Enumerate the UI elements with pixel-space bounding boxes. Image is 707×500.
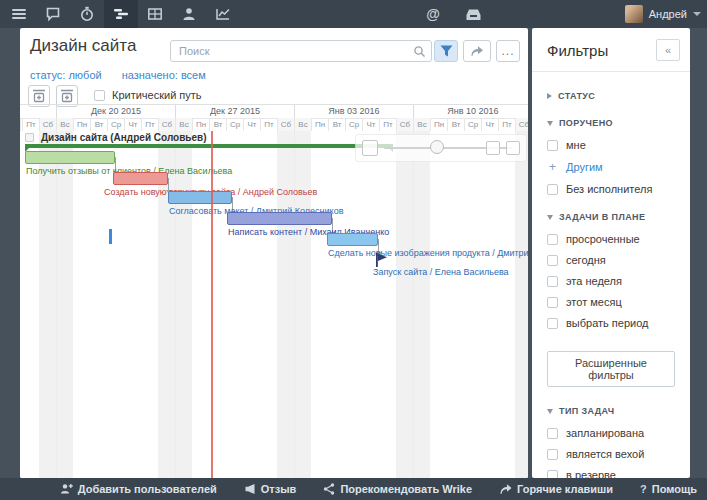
filter-option-label: просроченные xyxy=(566,233,640,245)
recommend-wrike-label: Порекомендовать Wrike xyxy=(340,483,472,495)
filter-option-label: выбрать период xyxy=(566,317,649,329)
filter-option[interactable]: просроченные xyxy=(547,233,675,245)
mentions-icon[interactable]: @ xyxy=(416,0,450,28)
timeline-day-cell: Чт xyxy=(243,118,260,131)
timeline-day-cell: Чт xyxy=(481,118,498,131)
search-field-wrap xyxy=(170,40,432,62)
filter-option-label: эта неделя xyxy=(566,275,622,287)
timeline-day-cell: Вт xyxy=(90,118,107,131)
filter-checkbox[interactable] xyxy=(547,255,558,266)
timeline-day-cell: Пн xyxy=(430,118,447,131)
advanced-filters-button[interactable]: Расширенные фильтры xyxy=(547,351,675,387)
timeline-day-cell: Пт xyxy=(141,118,158,131)
assignee-filter-link[interactable]: назначено: всем xyxy=(122,69,206,81)
filter-option[interactable]: сегодня xyxy=(547,254,675,266)
filter-option[interactable]: в резерве xyxy=(547,469,675,478)
week-gridline xyxy=(294,131,295,478)
zoom-slider-handle[interactable] xyxy=(430,140,444,154)
critical-path-toggle[interactable]: Критический путь xyxy=(94,89,202,101)
table-view-icon[interactable] xyxy=(138,0,172,28)
weekend-band xyxy=(294,131,311,478)
filter-option[interactable]: запланирована xyxy=(547,427,675,439)
timer-icon[interactable] xyxy=(70,0,104,28)
filter-section-header[interactable]: ТИП ЗАДАЧ xyxy=(547,406,675,416)
filter-option[interactable]: мне xyxy=(547,139,675,151)
task-bar[interactable] xyxy=(227,212,332,225)
timeline-day-cell: Ср xyxy=(464,118,481,131)
filter-checkbox[interactable] xyxy=(547,297,558,308)
timeline-week-label: Янв 03 2016 xyxy=(294,105,413,118)
timeline-day-cell: Вт xyxy=(447,118,464,131)
filter-checkbox[interactable] xyxy=(547,470,558,479)
project-checkbox[interactable] xyxy=(25,133,34,142)
filter-checkbox[interactable] xyxy=(547,184,558,195)
bottom-action-bar: Добавить пользователей Отзыв Порекомендо… xyxy=(0,478,707,500)
filter-checkbox[interactable] xyxy=(547,276,558,287)
week-gridline xyxy=(56,131,57,478)
weekend-band xyxy=(413,131,430,478)
timeline-day-cell: Пн xyxy=(311,118,328,131)
task-label[interactable]: Сделать новые изображения продукта / Дми… xyxy=(328,248,528,258)
inbox-icon[interactable] xyxy=(456,0,490,28)
critical-path-checkbox[interactable] xyxy=(94,90,105,101)
filter-section-header[interactable]: ЗАДАЧИ В ПЛАНЕ xyxy=(547,212,675,222)
user-avatar xyxy=(625,5,643,23)
filter-sections: СТАТУСПОРУЧЕНОмне+ДругимБез исполнителяЗ… xyxy=(532,72,690,478)
analytics-icon[interactable] xyxy=(206,0,240,28)
search-icon xyxy=(413,44,426,62)
timeline-week-label: Янв 10 2016 xyxy=(413,105,528,118)
task-bar[interactable] xyxy=(168,191,232,204)
filter-option[interactable]: этот месяц xyxy=(547,296,675,308)
collapse-sidebar-button[interactable]: « xyxy=(656,39,680,61)
zoom-fit-button[interactable] xyxy=(486,141,500,155)
filter-section-header[interactable]: ПОРУЧЕНО xyxy=(547,118,675,128)
task-bar[interactable] xyxy=(327,233,378,246)
filter-section-header[interactable]: СТАТУС xyxy=(547,91,675,101)
filter-checkbox[interactable] xyxy=(547,449,558,460)
filter-checkbox[interactable] xyxy=(547,234,558,245)
filter-section-label: СТАТУС xyxy=(558,91,595,101)
user-menu[interactable]: Андрей xyxy=(625,0,701,28)
filter-option-label: является вехой xyxy=(566,448,644,460)
task-bar[interactable] xyxy=(113,172,168,185)
plus-icon: + xyxy=(547,160,558,174)
filter-link-label: Другим xyxy=(566,161,603,173)
help-link[interactable]: ? Помощь xyxy=(640,483,697,495)
filter-checkbox[interactable] xyxy=(547,140,558,151)
page-title: Дизайн сайта xyxy=(30,36,136,56)
filter-option-label: этот месяц xyxy=(566,296,622,308)
timeline-view-icon[interactable] xyxy=(104,0,138,28)
filter-option[interactable]: Без исполнителя xyxy=(547,183,675,195)
filter-option[interactable]: является вехой xyxy=(547,448,675,460)
project-summary-bar[interactable] xyxy=(25,144,393,148)
more-options-button[interactable]: ... xyxy=(496,40,520,62)
timeline-day-cell: Сб xyxy=(158,118,175,131)
timeline-day-cell: Пт xyxy=(498,118,515,131)
hotkeys-link[interactable]: Горячие клавиши xyxy=(499,483,613,495)
timeline-day-cell: Пн xyxy=(192,118,209,131)
timeline-day-cell: Сб xyxy=(396,118,413,131)
share-button[interactable] xyxy=(463,40,491,62)
menu-icon[interactable] xyxy=(2,0,36,28)
add-users-link[interactable]: Добавить пользователей xyxy=(60,483,217,495)
timeline-day-cell: Сб xyxy=(515,118,528,131)
zoom-out-button[interactable] xyxy=(362,140,378,156)
zoom-reset-button[interactable] xyxy=(506,141,520,155)
milestone-label[interactable]: Запуск сайта / Елена Васильева xyxy=(373,267,509,277)
timeline-day-cell: Вт xyxy=(209,118,226,131)
assign-others-link[interactable]: +Другим xyxy=(547,160,675,174)
filter-option[interactable]: выбрать период xyxy=(547,317,675,329)
filter-checkbox[interactable] xyxy=(547,318,558,329)
today-line xyxy=(211,131,213,478)
project-row[interactable]: Дизайн сайта (Андрей Соловьев) xyxy=(25,132,207,143)
filter-funnel-button[interactable] xyxy=(434,40,458,62)
feedback-link[interactable]: Отзыв xyxy=(244,483,297,495)
search-input[interactable] xyxy=(170,40,432,62)
status-filter-link[interactable]: статус: любой xyxy=(30,69,102,81)
recommend-wrike-link[interactable]: Порекомендовать Wrike xyxy=(323,483,472,495)
filter-checkbox[interactable] xyxy=(547,428,558,439)
task-bar[interactable] xyxy=(25,151,115,164)
people-icon[interactable] xyxy=(172,0,206,28)
comments-icon[interactable] xyxy=(36,0,70,28)
filter-option[interactable]: эта неделя xyxy=(547,275,675,287)
